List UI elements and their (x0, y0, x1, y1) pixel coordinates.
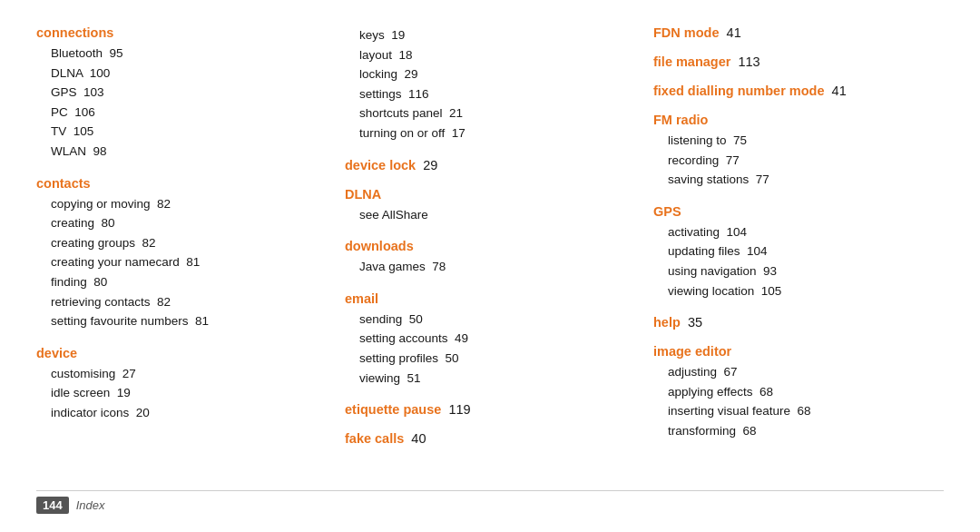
item-layout: layout 18 (345, 45, 635, 65)
section-connections: connections Bluetooth 95 DLNA 100 GPS 10… (36, 25, 327, 162)
section-fdn-mode: FDN mode 41 (653, 25, 944, 40)
item-tv: TV 105 (36, 122, 327, 142)
item-listening-to: listening to 75 (653, 131, 944, 151)
section-header-gps: GPS (653, 204, 944, 219)
item-inserting-visual: inserting visual feature 68 (653, 401, 944, 421)
item-recording: recording 77 (653, 151, 944, 171)
item-activating: activating 104 (653, 222, 944, 242)
section-contacts: contacts copying or moving 82 creating 8… (36, 176, 327, 331)
section-gps: GPS activating 104 updating files 104 us… (653, 204, 944, 300)
item-dlna: DLNA 100 (36, 64, 327, 84)
item-copying: copying or moving 82 (36, 194, 327, 214)
section-device: device customising 27 idle screen 19 ind… (36, 346, 327, 423)
item-idle-screen: idle screen 19 (36, 383, 327, 403)
section-header-downloads: downloads (345, 239, 635, 253)
section-fixed-dialling: fixed dialling number mode 41 (653, 84, 944, 98)
item-settings: settings 116 (345, 84, 635, 104)
section-header-image-editor: image editor (653, 344, 944, 359)
item-locking: locking 29 (345, 64, 635, 84)
column-1: connections Bluetooth 95 DLNA 100 GPS 10… (36, 25, 345, 481)
section-header-file-manager: file manager 113 (653, 54, 944, 69)
item-transforming: transforming 68 (653, 421, 944, 441)
section-header-device-lock: device lock 29 (345, 158, 635, 172)
item-creating: creating 80 (36, 213, 327, 233)
item-shortcuts-panel: shortcuts panel 21 (345, 103, 635, 123)
item-setting-accounts: setting accounts 49 (345, 329, 635, 349)
item-pc: PC 106 (36, 103, 327, 123)
section-header-fixed-dialling: fixed dialling number mode 41 (653, 84, 944, 98)
item-viewing: viewing 51 (345, 369, 635, 389)
section-header-email: email (345, 291, 635, 306)
section-fm-radio: FM radio listening to 75 recording 77 sa… (653, 113, 944, 190)
section-device-lock: device lock 29 (345, 158, 635, 172)
section-keyboard: keys 19 layout 18 locking 29 settings 11… (345, 25, 635, 143)
section-header-device: device (36, 346, 327, 360)
section-header-etiquette-pause: etiquette pause 119 (345, 402, 635, 417)
section-header-fdn-mode: FDN mode 41 (653, 25, 944, 40)
item-java-games: Java games 78 (345, 257, 635, 277)
section-email: email sending 50 setting accounts 49 set… (345, 291, 635, 388)
item-bluetooth: Bluetooth 95 (36, 44, 327, 64)
item-creating-groups: creating groups 82 (36, 233, 327, 253)
column-2: keys 19 layout 18 locking 29 settings 11… (345, 25, 653, 481)
item-sending: sending 50 (345, 310, 635, 330)
page-label: Index (76, 498, 105, 512)
item-turning-on-off: turning on or off 17 (345, 123, 635, 143)
item-setting-profiles: setting profiles 50 (345, 349, 635, 369)
item-customising: customising 27 (36, 364, 327, 384)
item-saving-stations: saving stations 77 (653, 170, 944, 190)
section-help: help 35 (653, 315, 944, 330)
item-setting-favourite: setting favourite numbers 81 (36, 311, 327, 331)
section-header-fm-radio: FM radio (653, 113, 944, 127)
page-footer: 144 Index (36, 490, 944, 514)
item-retrieving: retrieving contacts 82 (36, 292, 327, 312)
section-file-manager: file manager 113 (653, 54, 944, 69)
content-area: connections Bluetooth 95 DLNA 100 GPS 10… (36, 25, 944, 481)
page-container: connections Bluetooth 95 DLNA 100 GPS 10… (0, 0, 980, 532)
section-etiquette-pause: etiquette pause 119 (345, 402, 635, 417)
item-using-navigation: using navigation 93 (653, 261, 944, 281)
item-wlan: WLAN 98 (36, 142, 327, 162)
section-header-fake-calls: fake calls 40 (345, 431, 635, 446)
section-header-contacts: contacts (36, 176, 327, 191)
section-downloads: downloads Java games 78 (345, 239, 635, 277)
item-adjusting: adjusting 67 (653, 362, 944, 382)
item-viewing-location: viewing location 105 (653, 281, 944, 301)
item-updating-files: updating files 104 (653, 241, 944, 261)
page-number: 144 (36, 497, 69, 514)
section-dlna: DLNA see AllShare (345, 187, 635, 225)
section-image-editor: image editor adjusting 67 applying effec… (653, 344, 944, 440)
section-fake-calls: fake calls 40 (345, 431, 635, 446)
column-3: FDN mode 41 file manager 113 fixed diall… (653, 25, 944, 481)
section-header-connections: connections (36, 25, 327, 40)
item-gps: GPS 103 (36, 83, 327, 103)
item-see-allshare: see AllShare (345, 205, 635, 225)
item-keys: keys 19 (345, 25, 635, 45)
item-indicator-icons: indicator icons 20 (36, 403, 327, 423)
section-header-dlna: DLNA (345, 187, 635, 202)
section-header-help: help 35 (653, 315, 944, 330)
item-creating-namecard: creating your namecard 81 (36, 252, 327, 272)
item-finding: finding 80 (36, 272, 327, 292)
item-applying-effects: applying effects 68 (653, 382, 944, 402)
